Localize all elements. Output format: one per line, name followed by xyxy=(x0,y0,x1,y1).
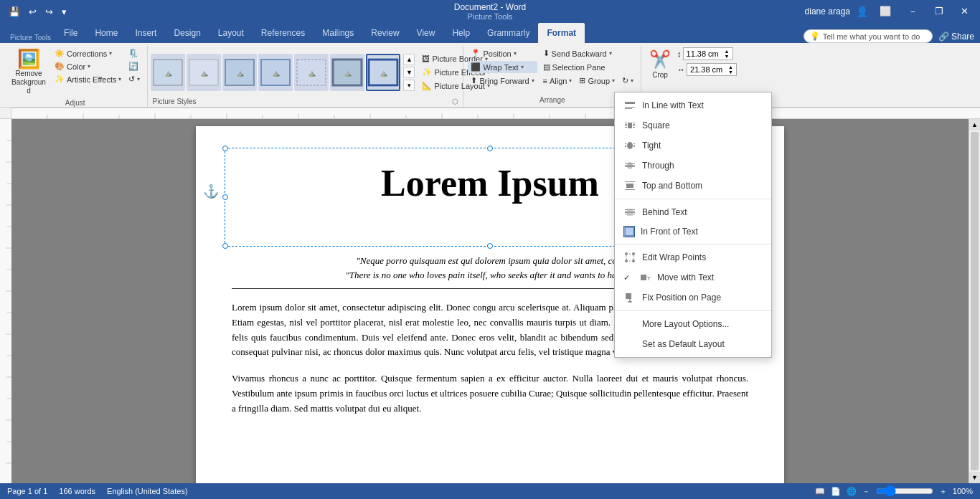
scroll-thumb[interactable] xyxy=(971,132,979,470)
wrap-item-setdefault[interactable]: Set as Default Layout xyxy=(615,334,771,354)
wrap-item-behind[interactable]: Behind Text xyxy=(615,202,771,222)
color-btn[interactable]: 🎨 Color ▾ xyxy=(52,60,124,72)
width-up[interactable]: ▲ xyxy=(728,65,733,70)
save-qa-btn[interactable]: 💾 xyxy=(6,5,23,19)
compress-btn[interactable]: 🗜️ xyxy=(126,47,143,60)
svg-point-83 xyxy=(625,252,628,255)
bring-forward-icon: ⬆ xyxy=(471,76,477,85)
remove-background-btn[interactable]: 🖼️ Remove Background xyxy=(7,47,50,98)
height-down[interactable]: ▼ xyxy=(725,54,730,59)
ps-scroll-more[interactable]: ▾ xyxy=(403,80,415,91)
ps-thumb-4[interactable]: ⛰️ xyxy=(258,54,293,91)
crop-btn[interactable]: ✂️ Crop xyxy=(646,47,674,82)
selection-pane-btn[interactable]: ▤ Selection Pane xyxy=(540,61,636,73)
scroll-down-btn[interactable]: ▼ xyxy=(969,472,980,483)
ps-thumb-7[interactable]: ⛰️ xyxy=(366,54,400,91)
align-label: Align xyxy=(550,77,567,85)
width-down[interactable]: ▼ xyxy=(728,70,733,75)
tab-format[interactable]: Format xyxy=(538,23,585,43)
corrections-btn[interactable]: ☀️ Corrections ▾ xyxy=(52,47,124,60)
reset-btn[interactable]: ↺ ▾ xyxy=(126,73,143,85)
zoom-out-btn[interactable]: － xyxy=(862,486,870,497)
handle-tl[interactable] xyxy=(222,146,228,151)
wrap-item-editpoints[interactable]: Edit Wrap Points xyxy=(615,247,771,267)
ps-scroll-down[interactable]: ▼ xyxy=(403,67,415,78)
tab-references[interactable]: References xyxy=(253,23,314,43)
wrap-infront-label: In Front of Text xyxy=(641,227,698,237)
scrollbar-vertical[interactable]: ▲ ▼ xyxy=(969,119,980,483)
tab-file[interactable]: File xyxy=(55,23,86,43)
zoom-slider[interactable] xyxy=(876,485,933,497)
handle-bl[interactable] xyxy=(222,243,228,249)
ps-scroll-up[interactable]: ▲ xyxy=(403,54,415,65)
wrap-item-fixpos[interactable]: Fix Position on Page xyxy=(615,287,771,308)
artistic-label: Artistic Effects xyxy=(67,75,116,84)
artistic-effects-btn[interactable]: ✨ Artistic Effects ▾ xyxy=(52,73,124,85)
compress-icon: 🗜️ xyxy=(128,49,138,58)
ps-thumb-3[interactable]: ⛰️ xyxy=(222,54,257,91)
wrap-item-through[interactable]: Through xyxy=(615,156,771,176)
ps-thumb-1[interactable]: ⛰️ xyxy=(151,54,185,91)
redo-qa-btn[interactable]: ↪ xyxy=(42,5,56,19)
wrap-text-dropdown: In Line with Text Square Tight Through T… xyxy=(614,92,772,358)
view-web-btn[interactable]: 🌐 xyxy=(847,487,857,496)
change-btn[interactable]: 🔄 xyxy=(126,60,143,72)
wrap-item-tight[interactable]: Tight xyxy=(615,136,771,156)
svg-rect-50 xyxy=(625,102,635,104)
handle-tm[interactable] xyxy=(487,146,493,151)
restore-btn[interactable]: ❐ xyxy=(929,0,949,23)
tab-grammarly[interactable]: Grammarly xyxy=(479,23,538,43)
share-btn[interactable]: 🔗 Share xyxy=(938,32,974,42)
wrap-text-btn[interactable]: ⬛ Wrap Text ▾ xyxy=(468,61,537,73)
ribbon-toggle-btn[interactable]: ⬜ xyxy=(874,0,897,23)
svg-rect-54 xyxy=(625,123,627,123)
tab-home[interactable]: Home xyxy=(86,23,126,43)
wrap-item-infront[interactable]: In Front of Text xyxy=(615,222,771,241)
close-btn[interactable]: ✕ xyxy=(955,0,974,23)
group-btn[interactable]: ⊞ Group ▾ xyxy=(576,75,618,87)
tab-review[interactable]: Review xyxy=(362,23,407,43)
tab-insert[interactable]: Insert xyxy=(126,23,165,43)
wrap-item-moreoptions[interactable]: More Layout Options... xyxy=(615,314,771,334)
wrap-item-square[interactable]: Square xyxy=(615,115,771,136)
align-btn[interactable]: ≡ Align ▾ xyxy=(540,75,575,87)
group-icon: ⊞ xyxy=(579,76,585,85)
position-btn[interactable]: 📍 Position ▾ xyxy=(468,47,537,60)
height-input[interactable]: 11.38 cm ▲ ▼ xyxy=(683,47,733,60)
wrap-item-inline[interactable]: In Line with Text xyxy=(615,95,771,115)
handle-ml[interactable] xyxy=(222,194,228,200)
wrap-behind-icon xyxy=(623,206,636,219)
tab-layout[interactable]: Layout xyxy=(209,23,253,43)
scroll-up-btn[interactable]: ▲ xyxy=(969,119,980,130)
handle-bm[interactable] xyxy=(487,243,493,249)
tab-help[interactable]: Help xyxy=(443,23,479,43)
view-print-btn[interactable]: 📄 xyxy=(831,487,841,496)
tab-mailings[interactable]: Mailings xyxy=(314,23,362,43)
svg-rect-80 xyxy=(627,209,633,216)
picture-styles-expand[interactable]: ⬡ xyxy=(452,98,458,105)
wrap-item-movewith[interactable]: ✓ T Move with Text xyxy=(615,267,771,287)
user-name: diane araga xyxy=(805,6,850,16)
height-spinner[interactable]: ▲ ▼ xyxy=(725,49,730,59)
ps-thumb-2[interactable]: ⛰️ xyxy=(187,54,221,91)
undo-qa-btn[interactable]: ↩ xyxy=(26,5,39,19)
wrap-item-topbottom[interactable]: Top and Bottom xyxy=(615,176,771,196)
ps-thumb-5[interactable]: ⛰️ xyxy=(294,54,329,91)
minimize-btn[interactable]: － xyxy=(903,0,923,23)
tab-design[interactable]: Design xyxy=(165,23,209,43)
bring-forward-btn[interactable]: ⬆ Bring Forward ▾ xyxy=(468,75,537,87)
zoom-in-btn[interactable]: ＋ xyxy=(939,486,947,497)
zoom-level: 100% xyxy=(953,487,973,495)
tab-view[interactable]: View xyxy=(408,23,444,43)
send-backward-btn[interactable]: ⬇ Send Backward ▾ xyxy=(540,47,636,60)
width-input[interactable]: 21.38 cm ▲ ▼ xyxy=(687,63,737,76)
width-spinner[interactable]: ▲ ▼ xyxy=(728,65,733,75)
tell-me-input[interactable]: 💡 Tell me what you want to do xyxy=(804,29,933,43)
wrap-sep-2 xyxy=(615,244,771,244)
view-read-btn[interactable]: 📖 xyxy=(815,487,825,496)
rotate-btn[interactable]: ↻ ▾ xyxy=(619,75,636,87)
ps-thumb-6[interactable]: ⛰️ xyxy=(330,54,364,91)
height-up[interactable]: ▲ xyxy=(725,49,730,54)
customize-qa-btn[interactable]: ▾ xyxy=(59,5,70,19)
profile-icon[interactable]: 👤 xyxy=(856,6,868,17)
